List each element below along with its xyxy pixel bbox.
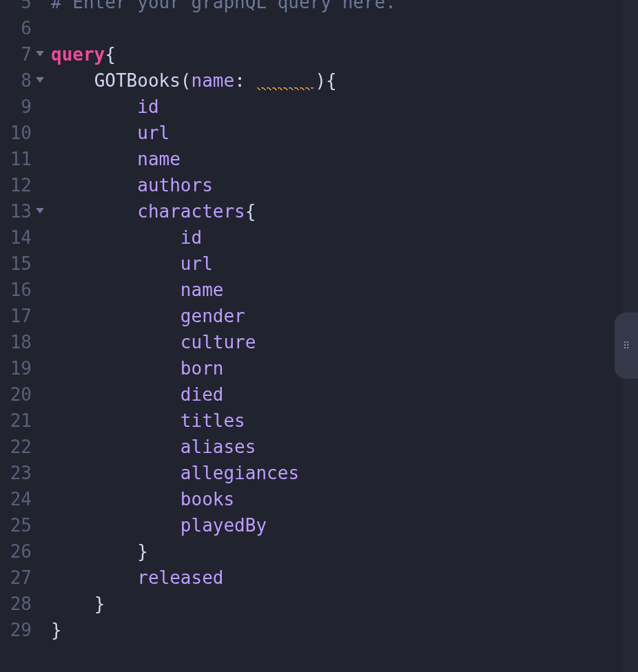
pane-resize-handle[interactable]: ⠿ [615, 313, 638, 379]
syntax-error-marker [256, 67, 315, 87]
line-number: 11 [0, 146, 32, 172]
code-line[interactable]: allegiances [51, 460, 638, 486]
line-number: 8 [0, 67, 32, 94]
code-line[interactable]: } [51, 591, 638, 617]
line-number: 23 [0, 460, 32, 486]
line-number: 17 [0, 303, 32, 329]
line-number: 24 [0, 486, 32, 512]
line-number: 12 [0, 172, 32, 198]
line-number: 13 [0, 198, 32, 224]
code-line[interactable]: GOTBooks(name: ){ [51, 67, 638, 94]
code-line[interactable]: aliases [51, 434, 638, 460]
line-number: 21 [0, 408, 32, 434]
line-number: 9 [0, 94, 32, 120]
line-number: 16 [0, 277, 32, 303]
line-number: 22 [0, 434, 32, 460]
code-line[interactable]: books [51, 486, 638, 512]
line-number: 20 [0, 381, 32, 408]
line-number: 15 [0, 251, 32, 277]
fold-toggle-icon[interactable] [36, 77, 44, 83]
code-line[interactable]: id [51, 94, 638, 120]
code-line[interactable]: url [51, 120, 638, 146]
code-area[interactable]: # Enter your graphQL query here.query{ G… [51, 0, 638, 672]
code-line[interactable]: culture [51, 329, 638, 355]
code-line[interactable]: id [51, 224, 638, 251]
code-line[interactable]: titles [51, 408, 638, 434]
keyword-query: query [51, 44, 105, 65]
code-line[interactable]: born [51, 355, 638, 381]
line-number: 28 [0, 591, 32, 617]
code-line[interactable]: url [51, 251, 638, 277]
drag-handle-icon: ⠿ [623, 344, 630, 347]
code-line[interactable]: playedBy [51, 512, 638, 538]
code-line[interactable]: authors [51, 172, 638, 198]
line-number: 7 [0, 41, 32, 67]
fold-gutter [34, 0, 51, 672]
code-line[interactable] [51, 15, 638, 41]
line-number: 29 [0, 617, 32, 643]
line-number-gutter: 5678910111213141516171819202122232425262… [0, 0, 34, 672]
code-line[interactable]: # Enter your graphQL query here. [51, 0, 638, 15]
line-number: 5 [0, 0, 32, 15]
line-number: 10 [0, 120, 32, 146]
code-editor[interactable]: 5678910111213141516171819202122232425262… [0, 0, 638, 672]
code-line[interactable]: name [51, 146, 638, 172]
code-line[interactable]: died [51, 381, 638, 408]
line-number: 14 [0, 224, 32, 251]
code-line[interactable]: characters{ [51, 198, 638, 224]
code-line[interactable]: gender [51, 303, 638, 329]
code-line[interactable]: } [51, 538, 638, 565]
line-number: 25 [0, 512, 32, 538]
line-number: 19 [0, 355, 32, 381]
code-line[interactable]: query{ [51, 41, 638, 67]
fold-toggle-icon[interactable] [36, 208, 44, 213]
code-line[interactable]: name [51, 277, 638, 303]
line-number: 27 [0, 565, 32, 591]
fold-toggle-icon[interactable] [36, 51, 44, 56]
line-number: 18 [0, 329, 32, 355]
line-number: 6 [0, 15, 32, 41]
code-line[interactable]: released [51, 565, 638, 591]
line-number: 26 [0, 538, 32, 565]
code-line[interactable]: } [51, 617, 638, 643]
